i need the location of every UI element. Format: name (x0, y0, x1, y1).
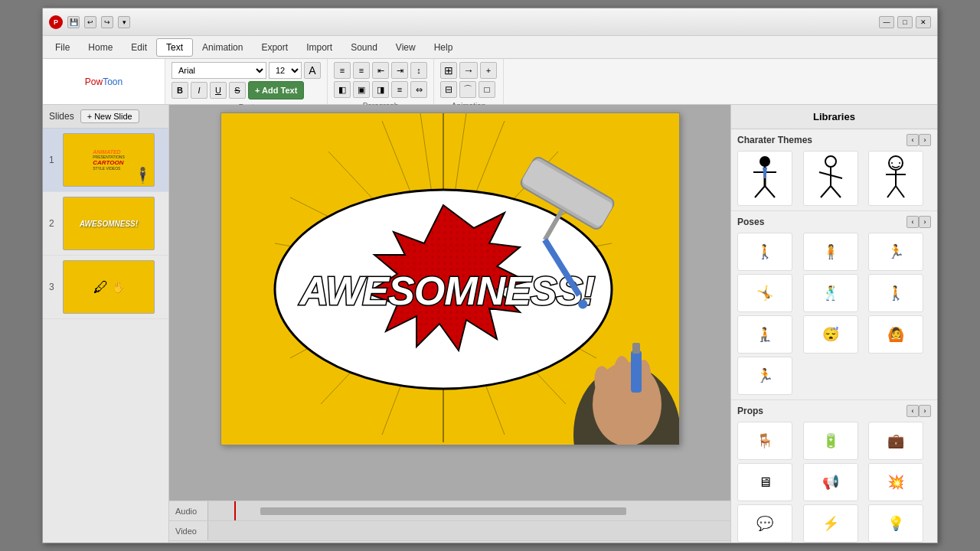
bullets-button[interactable]: ≡ (334, 62, 351, 79)
slide-thumb-2: AWESOMNESS! (63, 197, 155, 250)
main-content: Slides + New Slide 1 ANIMATED PRESENTATI… (43, 105, 937, 543)
poses-prev[interactable]: ‹ (906, 216, 919, 228)
bold-button[interactable]: B (172, 82, 188, 99)
video-track: Video (169, 521, 730, 541)
pose-item-5[interactable]: 🕺 (803, 274, 858, 312)
font-size-select[interactable]: 12 14 18 24 (269, 62, 302, 79)
menu-home[interactable]: Home (79, 39, 122, 56)
slide3-icon: 🖊 (93, 279, 109, 296)
anim-curve-button[interactable]: ⌒ (459, 81, 476, 98)
window-controls: — □ ✕ (879, 16, 931, 28)
menu-view[interactable]: View (387, 39, 425, 56)
new-slide-button[interactable]: + New Slide (80, 109, 139, 123)
char-theme-item-3[interactable] (868, 151, 923, 206)
svg-line-41 (765, 186, 775, 197)
menu-animation[interactable]: Animation (193, 39, 252, 56)
save-button[interactable]: 💾 (67, 16, 80, 28)
menu-edit[interactable]: Edit (122, 39, 156, 56)
audio-bar (260, 507, 626, 515)
canvas-area[interactable]: AWESOMNESS! (169, 105, 730, 500)
menu-text[interactable]: Text (156, 38, 193, 57)
pose-item-7[interactable]: 🧎 (737, 315, 792, 354)
anim-table-button[interactable]: ⊞ (440, 62, 457, 79)
poses-section: Poses ‹ › 🚶 🧍 🏃 🤸 🕺 🚶 🧎 😴 🙆 🏃 (731, 211, 937, 400)
undo-button[interactable]: ↩ (84, 16, 96, 28)
pose-item-3[interactable]: 🏃 (868, 233, 923, 271)
prop-item-3[interactable]: 💼 (868, 422, 923, 460)
italic-button[interactable]: I (191, 82, 207, 99)
prop-item-5[interactable]: 📢 (803, 463, 858, 501)
char-themes-next[interactable]: › (919, 134, 931, 146)
timeline-cursor[interactable] (234, 501, 236, 520)
char-theme-item-1[interactable] (737, 151, 792, 206)
prop-item-4[interactable]: 🖥 (737, 463, 792, 501)
text-direction-button[interactable]: ⇔ (410, 81, 427, 98)
align-right-button[interactable]: ◨ (372, 81, 389, 98)
svg-line-54 (896, 186, 904, 197)
pose-item-6[interactable]: 🚶 (868, 274, 923, 312)
add-text-button[interactable]: + Add Text (248, 81, 304, 99)
poses-next[interactable]: › (919, 216, 931, 228)
slide-canvas[interactable]: AWESOMNESS! (220, 112, 680, 445)
align-center-button[interactable]: ▣ (353, 81, 370, 98)
pose-item-1[interactable]: 🚶 (737, 233, 792, 271)
font-color-button[interactable]: A (304, 62, 321, 79)
prop-item-1[interactable]: 🪑 (737, 422, 792, 460)
minimize-button[interactable]: — (879, 16, 894, 28)
slide1-character: 🕴 (133, 166, 152, 184)
indent-right-button[interactable]: ⇥ (391, 62, 408, 79)
slide-item-3[interactable]: 3 🖊 ✋ (43, 256, 168, 319)
pose-item-10[interactable]: 🏃 (737, 357, 792, 395)
menu-help[interactable]: Help (425, 39, 462, 56)
close-button[interactable]: ✕ (916, 16, 931, 28)
pose-item-2[interactable]: 🧍 (803, 233, 858, 271)
pose-item-4[interactable]: 🤸 (737, 274, 792, 312)
props-next[interactable]: › (919, 405, 931, 417)
svg-line-40 (755, 186, 765, 197)
prop-item-9[interactable]: 💡 (868, 504, 923, 543)
justify-button[interactable]: ≡ (391, 81, 408, 98)
numbering-button[interactable]: ≡ (353, 62, 370, 79)
props-prev[interactable]: ‹ (906, 405, 919, 417)
prop-item-8[interactable]: ⚡ (803, 504, 858, 543)
paragraph-section: ≡ ≡ ⇤ ⇥ ↕ ◧ ▣ ◨ ≡ ⇔ Paragraph (328, 59, 434, 104)
video-track-bar[interactable] (207, 521, 730, 540)
menu-import[interactable]: Import (297, 39, 341, 56)
anim-enter-button[interactable]: → (459, 62, 478, 79)
extra-button[interactable]: ▾ (118, 16, 130, 28)
anim-box-button[interactable]: □ (479, 81, 495, 98)
slide-thumb-1: ANIMATED PRESENTATIONS CARTOON STYLE VID… (63, 133, 155, 187)
font-section: Arial Times New Roman 12 14 18 24 A B I … (165, 59, 328, 104)
font-family-select[interactable]: Arial Times New Roman (172, 62, 266, 79)
slide-item-2[interactable]: 2 AWESOMNESS! (43, 192, 168, 256)
character-themes-section: Charater Themes ‹ › (731, 129, 937, 211)
maximize-button[interactable]: □ (897, 16, 913, 28)
menu-export[interactable]: Export (252, 39, 297, 56)
menu-sound[interactable]: Sound (341, 39, 387, 56)
audio-track-bar[interactable] (207, 501, 730, 520)
pose-item-9[interactable]: 🙆 (868, 315, 923, 354)
slides-header: Slides + New Slide (43, 105, 168, 129)
menu-file[interactable]: File (46, 39, 79, 56)
app-logo: P (49, 15, 63, 29)
slides-panel: Slides + New Slide 1 ANIMATED PRESENTATI… (43, 105, 169, 543)
slide-item-1[interactable]: 1 ANIMATED PRESENTATIONS CARTOON STYLE V… (43, 129, 168, 192)
prop-item-2[interactable]: 🔋 (803, 422, 858, 460)
sort-button[interactable]: ↕ (410, 62, 427, 79)
align-left-button[interactable]: ◧ (334, 81, 351, 98)
strikethrough-button[interactable]: S (229, 82, 246, 99)
slide1-text4: STYLE VIDEOS (93, 166, 120, 171)
redo-button[interactable]: ↪ (101, 16, 113, 28)
anim-add-button[interactable]: + (480, 62, 497, 79)
prop-item-6[interactable]: 💥 (868, 463, 923, 501)
indent-left-button[interactable]: ⇤ (372, 62, 389, 79)
pose-item-8[interactable]: 😴 (803, 315, 858, 354)
char-themes-prev[interactable]: ‹ (906, 134, 919, 146)
audio-label: Audio (169, 507, 207, 516)
underline-button[interactable]: U (210, 82, 227, 99)
character-themes-grid (737, 151, 931, 206)
prop-item-7[interactable]: 💬 (737, 504, 792, 543)
svg-point-43 (825, 156, 836, 167)
char-theme-item-2[interactable] (803, 151, 858, 206)
anim-effect-button[interactable]: ⊟ (440, 81, 457, 98)
